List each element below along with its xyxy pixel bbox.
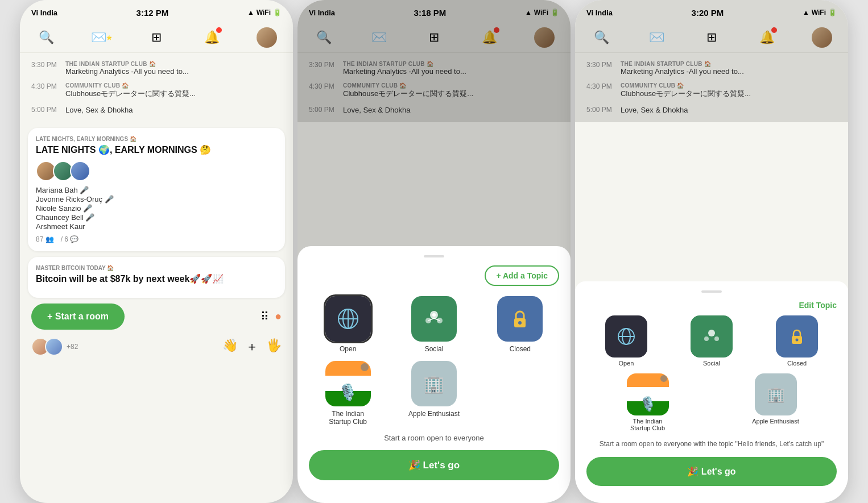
carrier-1: Vi India (31, 9, 57, 17)
bottom-bar: + Start a room ⠿ ● (20, 304, 293, 330)
avatar-stack (31, 338, 59, 356)
stack-avatar-2 (45, 338, 63, 356)
room-stats: 87 👥 / 6 💬 (36, 235, 277, 243)
modal-sheet: + Add a Topic Open (297, 246, 571, 503)
india-icon-3: 🎙️ (627, 373, 669, 415)
social-label-3: Social (703, 360, 720, 367)
topic-social-3[interactable]: Social (672, 315, 751, 367)
start-room-button[interactable]: + Start a room (31, 304, 125, 330)
avatar-plus-count: +82 (67, 343, 78, 351)
status-bar-3: Vi India 3:20 PM ▲WiFi🔋 (575, 0, 848, 23)
search-icon-3[interactable]: 🔍 (591, 27, 611, 48)
bell-icon-3[interactable]: 🔔 (757, 27, 777, 48)
topic-apple[interactable]: 🏢 Apple Enthusiast (395, 361, 473, 426)
schedule-club-2: COMMUNITY CLUB 🏠 (65, 82, 196, 89)
svg-point-7 (432, 313, 436, 317)
schedule-section-3: 3:30 PM THE INDIAN STARTUP CLUB 🏠 Market… (575, 53, 848, 122)
schedule-item-3[interactable]: 5:00 PM Love, Sex & Dhokha (20, 102, 293, 118)
topic-grid: Open (309, 296, 559, 426)
social-icon (411, 296, 457, 342)
schedule-section: 3:30 PM THE INDIAN STARTUP CLUB 🏠 Market… (20, 53, 293, 122)
carrier-3: Vi India (586, 9, 613, 17)
speaker-1: Mariana Bah 🎤 (36, 186, 277, 194)
phone-3: Vi India 3:20 PM ▲WiFi🔋 🔍 ✉️ ⊞ 🔔 3:30 PM… (575, 0, 848, 503)
topic-social[interactable]: Social (395, 296, 473, 353)
schedule-title-3: Love, Sex & Dhokha (65, 106, 133, 114)
speakers-list: Mariana Bah 🎤 Jovonne Ricks-Oruç 🎤 Nicol… (36, 186, 277, 231)
listener-count: 87 👥 (36, 235, 54, 243)
schedule-item-1[interactable]: 3:30 PM THE INDIAN STARTUP CLUB 🏠 Market… (20, 57, 293, 79)
topic-apple-3[interactable]: 🏢 Apple Enthusiast (714, 373, 837, 431)
modal-handle-3 (701, 290, 722, 293)
lets-go-button-2[interactable]: 🎉 Let's go (309, 450, 559, 480)
schedule-title-1: Marketing Analytics -All you need to... (65, 67, 189, 76)
speaker-4: Chauncey Bell 🎤 (36, 213, 277, 222)
topic-indian-startup-3[interactable]: 🎙️ The Indian Startup Club (586, 373, 709, 431)
svg-point-15 (708, 330, 715, 336)
phone3-bg: Vi India 3:20 PM ▲WiFi🔋 🔍 ✉️ ⊞ 🔔 3:30 PM… (575, 0, 848, 122)
bell-icon[interactable]: 🔔 (201, 27, 222, 48)
svg-point-19 (796, 339, 799, 342)
hand-icon[interactable]: 🖐 (266, 338, 282, 355)
topic-indian-startup[interactable]: 🎙️ The Indian Startup Club (309, 361, 387, 426)
closed-label: Closed (510, 345, 531, 353)
speaker-2: Jovonne Ricks-Oruç 🎤 (36, 195, 277, 203)
apple-label: Apple Enthusiast (408, 410, 460, 418)
calendar-icon[interactable]: ⊞ (146, 27, 167, 48)
bitcoin-card-header: MASTER BITCOIN TODAY 🏠 (36, 265, 277, 271)
grid-icon[interactable]: ⠿ (261, 310, 269, 323)
comment-count: / 6 💬 (61, 235, 79, 243)
schedule-time-3: 5:00 PM (31, 106, 60, 114)
dot-icon: ● (275, 310, 282, 323)
topic-open-3[interactable]: Open (586, 315, 666, 367)
compose-icon[interactable]: ✉️⭐ (91, 27, 111, 48)
topic-closed-3[interactable]: Closed (757, 315, 837, 367)
open-label: Open (340, 345, 356, 353)
svg-point-11 (518, 321, 522, 325)
bitcoin-card[interactable]: MASTER BITCOIN TODAY 🏠 Bitcoin will be a… (28, 257, 285, 298)
avatar-nav-3[interactable] (812, 27, 832, 48)
apple-icon: 🏢 (411, 361, 457, 406)
late-nights-room-card[interactable]: LATE NIGHTS, EARLY MORNINGS 🏠 LATE NIGHT… (28, 128, 285, 251)
time-3: 3:20 PM (692, 8, 724, 18)
edit-topic-link[interactable]: Edit Topic (799, 301, 837, 310)
avatar-3 (70, 161, 90, 181)
apple-label-3: Apple Enthusiast (752, 418, 799, 425)
indian-startup-label-3: The Indian Startup Club (630, 418, 665, 431)
schedule-time-1: 3:30 PM (31, 61, 60, 69)
topic-grid-3-row1: Open Social (586, 315, 837, 367)
svg-point-17 (714, 336, 719, 341)
closed-label-3: Closed (787, 360, 807, 367)
schedule-club-1: THE INDIAN STARTUP CLUB 🏠 (65, 61, 189, 67)
room-card-header: LATE NIGHTS, EARLY MORNINGS 🏠 (36, 136, 277, 142)
edit-topic-panel: Edit Topic Open (575, 281, 848, 503)
avatar-group (36, 161, 277, 181)
lets-go-button-3[interactable]: 🎉 Let's go (586, 457, 837, 486)
bottom-icons: 👋 ＋ 🖐 (222, 338, 282, 355)
phone-1: Vi India 3:12 PM ▲WiFi🔋 🔍 ✉️⭐ ⊞ 🔔 3:30 P… (20, 0, 293, 503)
topic-open[interactable]: Open (309, 296, 387, 353)
open-icon (325, 296, 371, 342)
topic-grid-3-row2: 🎙️ The Indian Startup Club 🏢 Apple Enthu… (586, 373, 837, 431)
plus-icon[interactable]: ＋ (246, 338, 258, 355)
compose-icon-3[interactable]: ✉️ (646, 27, 667, 48)
schedule-item-2[interactable]: 4:30 PM COMMUNITY CLUB 🏠 Clubhouseモデレーター… (20, 79, 293, 102)
status-icons-1: ▲WiFi🔋 (247, 9, 282, 16)
wave-icon[interactable]: 👋 (222, 338, 238, 355)
edit-topic-header: Edit Topic (586, 301, 837, 310)
apple-icon-3: 🏢 (755, 373, 797, 415)
add-topic-button[interactable]: + Add a Topic (485, 265, 559, 286)
modal-overlay: + Add a Topic Open (297, 0, 571, 503)
calendar-icon-3[interactable]: ⊞ (701, 27, 722, 48)
open-label-3: Open (619, 360, 634, 367)
social-icon-3 (691, 315, 733, 357)
search-icon[interactable]: 🔍 (36, 27, 56, 48)
status-bar-1: Vi India 3:12 PM ▲WiFi🔋 (20, 0, 293, 23)
modal-handle (424, 255, 444, 257)
modal-description: Start a room open to everyone (309, 434, 559, 442)
avatar-nav-1[interactable] (257, 27, 277, 48)
start-room-description: Start a room open to everyone with the t… (586, 439, 837, 449)
closed-icon-3 (776, 315, 818, 357)
topic-closed[interactable]: Closed (481, 296, 559, 353)
open-icon-3 (605, 315, 647, 357)
